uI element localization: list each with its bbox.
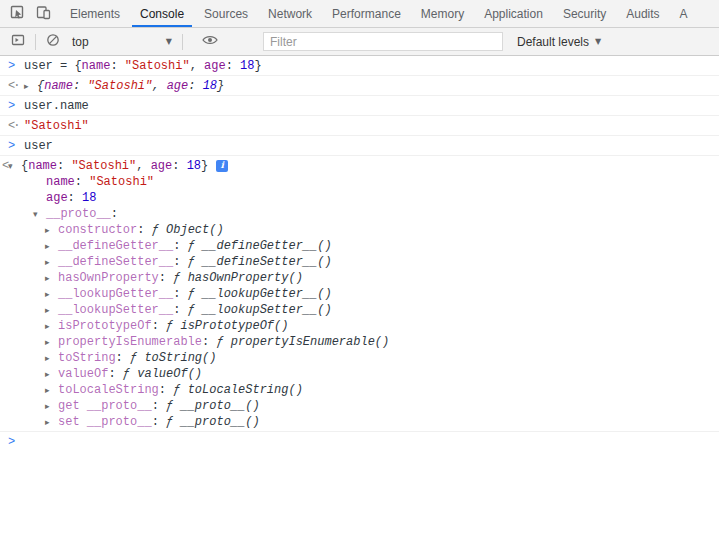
live-expression-button[interactable]: [197, 30, 223, 54]
tab-memory[interactable]: Memory: [413, 0, 472, 27]
collapsed-triangle-icon[interactable]: ▸: [45, 398, 58, 414]
toolbar-separator: [35, 34, 36, 50]
tab-elements[interactable]: Elements: [62, 0, 128, 27]
collapsed-triangle-icon[interactable]: ▸: [45, 302, 58, 318]
collapsed-triangle-icon[interactable]: ▸: [45, 270, 58, 286]
collapsed-triangle-icon[interactable]: ▸: [45, 350, 58, 366]
console-token: :: [173, 303, 187, 317]
tab-security[interactable]: Security: [555, 0, 614, 27]
tab-performance[interactable]: Performance: [324, 0, 409, 27]
entry-body: user = {name: "Satoshi", age: 18}: [24, 58, 711, 74]
collapsed-triangle-icon[interactable]: ▸: [45, 382, 58, 398]
token-group: __defineGetter__: ƒ __defineGetter__(): [58, 239, 332, 253]
clear-console-icon: [46, 33, 60, 50]
token-group: isPrototypeOf: ƒ isPrototypeOf(): [58, 319, 288, 333]
console-token: constructor: [58, 223, 137, 237]
console-token: ƒ __lookupSetter__(): [188, 303, 332, 317]
tab-audits[interactable]: Audits: [618, 0, 667, 27]
console-token: ƒ toString(): [130, 351, 216, 365]
console-token: user = {: [24, 59, 82, 73]
object-property-row[interactable]: ▸valueOf: ƒ valueOf(): [8, 366, 711, 382]
input-chevron-icon: >: [8, 98, 24, 114]
object-property-row[interactable]: ▸constructor: ƒ Object(): [8, 222, 711, 238]
console-token: age: [204, 59, 226, 73]
device-toolbar-icon: [36, 5, 51, 23]
object-property-row[interactable]: ▾__proto__:: [8, 206, 711, 222]
collapsed-triangle-icon[interactable]: ▸: [45, 238, 58, 254]
console-token: "Satoshi": [71, 159, 136, 173]
token-group: get __proto__: ƒ __proto__(): [58, 399, 260, 413]
input-chevron-icon: >: [8, 434, 24, 450]
console-input-entry: >user.name: [0, 96, 719, 116]
object-header[interactable]: ▾{name: "Satoshi", age: 18}i: [8, 158, 711, 174]
object-property-row[interactable]: ▸propertyIsEnumerable: ƒ propertyIsEnume…: [8, 334, 711, 350]
console-token: "Satoshi": [87, 79, 152, 93]
collapsed-triangle-icon[interactable]: ▸: [45, 366, 58, 382]
console-token: __lookupSetter__: [58, 303, 173, 317]
entry-body: ▾{name: "Satoshi", age: 18}iname: "Satos…: [8, 158, 711, 430]
console-token: valueOf: [58, 367, 108, 381]
token-group: age: 18: [46, 191, 96, 205]
tab-console[interactable]: Console: [132, 0, 192, 27]
token-group: valueOf: ƒ valueOf(): [58, 367, 202, 381]
collapsed-triangle-icon[interactable]: ▸: [45, 286, 58, 302]
object-property-row[interactable]: ▸__defineSetter__: ƒ __defineSetter__(): [8, 254, 711, 270]
clear-console-button[interactable]: [40, 30, 66, 54]
object-property-row[interactable]: ▸toLocaleString: ƒ toLocaleString(): [8, 382, 711, 398]
object-property-row[interactable]: ▸toString: ƒ toString(): [8, 350, 711, 366]
console-token: __proto__: [46, 207, 111, 221]
object-property-row[interactable]: ▸__lookupSetter__: ƒ __lookupSetter__(): [8, 302, 711, 318]
devtools-tabbar: ElementsConsoleSourcesNetworkPerformance…: [0, 0, 719, 28]
chevron-down-icon: ▼: [166, 37, 172, 46]
console-token: age: [46, 191, 68, 205]
device-toolbar-button[interactable]: [30, 2, 56, 26]
console-token: "Satoshi": [125, 59, 190, 73]
console-token: __defineGetter__: [58, 239, 173, 253]
object-property-row[interactable]: ▸hasOwnProperty: ƒ hasOwnProperty(): [8, 270, 711, 286]
console-token: ,: [190, 59, 204, 73]
console-token: }: [217, 79, 224, 93]
collapsed-triangle-icon[interactable]: ▸: [45, 254, 58, 270]
collapsed-triangle-icon[interactable]: ▸: [45, 414, 58, 430]
console-token: }: [201, 159, 208, 173]
console-token: __defineSetter__: [58, 255, 173, 269]
token-group: constructor: ƒ Object(): [58, 223, 224, 237]
result-chevron-icon: <·: [8, 78, 24, 94]
object-property-row[interactable]: ▸__defineGetter__: ƒ __defineGetter__(): [8, 238, 711, 254]
javascript-context-selector[interactable]: top ▼: [66, 31, 178, 53]
tab-network[interactable]: Network: [260, 0, 320, 27]
console-input-entry: >user = {name: "Satoshi", age: 18}: [0, 56, 719, 76]
console-token: :: [110, 59, 124, 73]
token-group: user.name: [24, 99, 89, 113]
collapsed-triangle-icon[interactable]: ▸: [45, 334, 58, 350]
log-levels-dropdown[interactable]: Default levels ▼: [517, 35, 601, 49]
console-token: ƒ __proto__(): [166, 399, 260, 413]
console-token: age: [151, 159, 173, 173]
object-property-row[interactable]: ▸isPrototypeOf: ƒ isPrototypeOf(): [8, 318, 711, 334]
collapsed-triangle-icon[interactable]: ▸: [24, 78, 37, 94]
info-icon[interactable]: i: [216, 160, 228, 172]
console-toolbar: top ▼ Default levels ▼: [0, 28, 719, 56]
devtools-tabs: ElementsConsoleSourcesNetworkPerformance…: [60, 0, 719, 27]
console-sidebar-icon: [11, 33, 25, 50]
object-property-row[interactable]: ▸set __proto__: ƒ __proto__(): [8, 414, 711, 430]
object-property-row: age: 18: [8, 190, 711, 206]
object-property-row[interactable]: ▸__lookupGetter__: ƒ __lookupGetter__(): [8, 286, 711, 302]
tab-a[interactable]: A: [672, 0, 696, 27]
console-token: user.name: [24, 99, 89, 113]
eye-icon: [202, 34, 218, 49]
filter-input[interactable]: [263, 32, 503, 51]
object-property-row[interactable]: ▸get __proto__: ƒ __proto__(): [8, 398, 711, 414]
collapsed-triangle-icon[interactable]: ▸: [45, 318, 58, 334]
collapsed-triangle-icon[interactable]: ▸: [45, 222, 58, 238]
console-token: toString: [58, 351, 116, 365]
token-group: __lookupSetter__: ƒ __lookupSetter__(): [58, 303, 332, 317]
token-group: toString: ƒ toString(): [58, 351, 216, 365]
expanded-triangle-icon[interactable]: ▾: [33, 206, 46, 222]
console-token: :: [173, 255, 187, 269]
tab-sources[interactable]: Sources: [196, 0, 256, 27]
console-sidebar-button[interactable]: [5, 30, 31, 54]
inspect-element-button[interactable]: [4, 2, 30, 26]
tab-application[interactable]: Application: [476, 0, 551, 27]
console-prompt[interactable]: >: [0, 432, 719, 451]
